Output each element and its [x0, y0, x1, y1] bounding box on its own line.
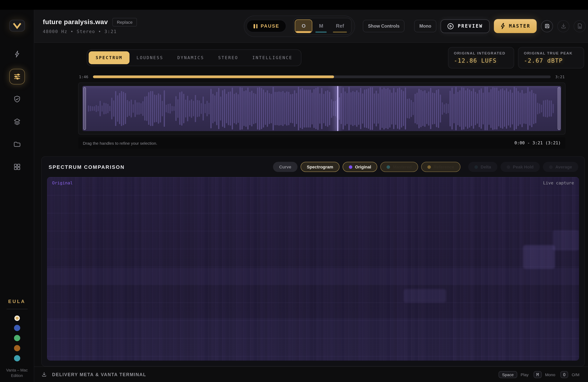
lightning-icon	[13, 50, 21, 58]
report-doc-icon	[577, 23, 583, 29]
stat-original-true-peak: ORIGINAL TRUE PEAK -2.67 dBTP	[518, 47, 584, 68]
toggle-mastered-indicator	[315, 31, 327, 32]
palette-dot-orange[interactable]	[14, 345, 20, 351]
sidebar-divider	[6, 309, 27, 309]
footer-title: DELIVERY META & VANTA TERMINAL	[52, 372, 146, 377]
section-title: SPECTRUM COMPARISON	[49, 164, 125, 170]
source-mastered-chip[interactable]: Mastered	[380, 162, 418, 172]
pause-button[interactable]: PAUSE	[247, 20, 286, 32]
selection-hint: Drag the handles to refine your selectio…	[83, 141, 157, 145]
toggle-original-indicator	[296, 31, 311, 32]
palette-dot-blue[interactable]	[14, 325, 20, 331]
spectrum-controls: Curve Spectrogram Original Mastered	[273, 162, 578, 172]
vanta-logo[interactable]	[9, 20, 25, 32]
view-curve-button[interactable]: Curve	[273, 162, 297, 172]
save-button[interactable]	[541, 20, 553, 32]
spectrogram-band	[47, 268, 579, 284]
show-controls-button[interactable]: Show Controls	[363, 20, 405, 32]
total-time: 3:21	[555, 75, 565, 79]
main-area: future paralysis.wav Replace 48000 Hz • …	[34, 10, 588, 382]
tab-spectrum[interactable]: SPECTRUM	[89, 51, 129, 64]
tab-stereo[interactable]: STEREO	[211, 51, 245, 64]
selection-handle-left[interactable]	[83, 87, 86, 130]
playhead-glow	[327, 86, 337, 131]
download-icon	[560, 23, 567, 29]
progress-bar[interactable]	[93, 75, 551, 78]
sidebar-item-stems[interactable]	[9, 114, 25, 129]
download-button[interactable]	[557, 20, 569, 32]
grid-icon	[13, 163, 21, 171]
source-reference-chip[interactable]: Reference	[421, 162, 460, 172]
delta-dot-icon	[474, 165, 478, 169]
app-window: EULA Vanta – Mac Edition future paralysi…	[0, 0, 588, 382]
palette-dot-teal[interactable]	[14, 355, 20, 361]
toggle-reference[interactable]: Ref	[330, 19, 350, 33]
waveform-section: 1:46 3:21 Drag the han	[78, 75, 566, 149]
overlay-average-chip[interactable]: Average	[543, 162, 578, 172]
selection-handle-right[interactable]	[558, 87, 560, 130]
tab-loudness[interactable]: LOUDNESS	[129, 51, 170, 64]
eula-link[interactable]: EULA	[8, 299, 25, 304]
folder-icon	[13, 140, 21, 148]
v-logo-icon	[12, 22, 21, 29]
sidebar-item-quick-master[interactable]	[9, 46, 25, 62]
sidebar-bottom: EULA Vanta – Mac Edition	[0, 299, 34, 378]
palette-dot-gold[interactable]	[14, 316, 20, 321]
edition-label: Vanta – Mac Edition	[3, 368, 31, 378]
source-original-chip[interactable]: Original	[343, 162, 378, 172]
sidebar-item-license[interactable]	[9, 91, 25, 107]
delivery-meta-toggle[interactable]: DELIVERY META & VANTA TERMINAL	[41, 371, 146, 377]
sliders-icon	[13, 73, 21, 81]
selection-info-bar: Drag the handles to refine your selectio…	[78, 137, 566, 149]
key-m-label: Mono	[545, 372, 555, 377]
file-meta: 48000 Hz • Stereo • 3:21	[43, 29, 137, 34]
header-actions: Show Controls Mono PREVIEW MASTER	[363, 19, 586, 33]
theme-palette	[14, 316, 20, 361]
mastered-dot-icon	[387, 165, 390, 169]
view-spectrogram-button[interactable]: Spectrogram	[301, 162, 339, 172]
file-name: future paralysis.wav	[43, 18, 108, 26]
timeline: 1:46 3:21	[78, 75, 566, 79]
waveform-display[interactable]	[83, 86, 561, 131]
tab-dynamics[interactable]: DYNAMICS	[170, 51, 211, 64]
loudness-stats: ORIGINAL INTEGRATED -12.86 LUFS ORIGINAL…	[448, 47, 584, 68]
sidebar-item-files[interactable]	[9, 137, 25, 152]
overlay-delta-chip[interactable]: Delta	[468, 162, 497, 172]
key-o: O	[560, 371, 568, 378]
master-button[interactable]: MASTER	[494, 19, 537, 33]
spectrogram-display: Original Live capture	[47, 177, 579, 361]
window-top-strip	[0, 0, 588, 10]
spectrogram-hotspot-1	[523, 245, 555, 269]
transport-group: PAUSE O M Ref	[244, 15, 355, 37]
file-info: future paralysis.wav Replace 48000 Hz • …	[43, 18, 137, 34]
progress-fill	[93, 75, 334, 78]
key-m: M	[534, 371, 542, 378]
report-button[interactable]	[574, 20, 586, 32]
key-o-label: O/M	[572, 372, 579, 377]
layers-icon	[13, 118, 21, 126]
toggle-original[interactable]: O	[295, 19, 313, 33]
waveform-bars	[88, 86, 556, 131]
sidebar-item-modules[interactable]	[9, 159, 25, 175]
play-circle-icon	[447, 23, 454, 29]
footer-bar: DELIVERY META & VANTA TERMINAL Space Pla…	[34, 366, 588, 382]
playhead	[337, 86, 338, 131]
selection-range: 0:00 - 3:21 (3:21)	[514, 140, 561, 146]
average-dot-icon	[549, 165, 553, 169]
replace-button[interactable]: Replace	[113, 18, 137, 26]
monitor-source-toggle: O M Ref	[294, 18, 352, 34]
toggle-mastered[interactable]: M	[313, 19, 330, 33]
pause-icon	[254, 24, 258, 28]
key-space-label: Play	[521, 372, 529, 377]
shield-check-icon	[13, 95, 21, 103]
overlay-peak-hold-chip[interactable]: Peak Hold	[501, 162, 540, 172]
stat-original-integrated: ORIGINAL INTEGRATED -12.86 LUFS	[448, 47, 514, 68]
tab-intelligence[interactable]: INTELLIGENCE	[245, 51, 299, 64]
sidebar-item-mastering-controls[interactable]	[9, 69, 25, 85]
mono-button[interactable]: Mono	[414, 20, 436, 32]
preview-button[interactable]: PREVIEW	[441, 19, 489, 33]
reference-dot-icon	[427, 165, 431, 169]
waveform-panel	[78, 83, 566, 135]
sidebar-nav	[9, 46, 25, 175]
palette-dot-green[interactable]	[14, 335, 20, 341]
